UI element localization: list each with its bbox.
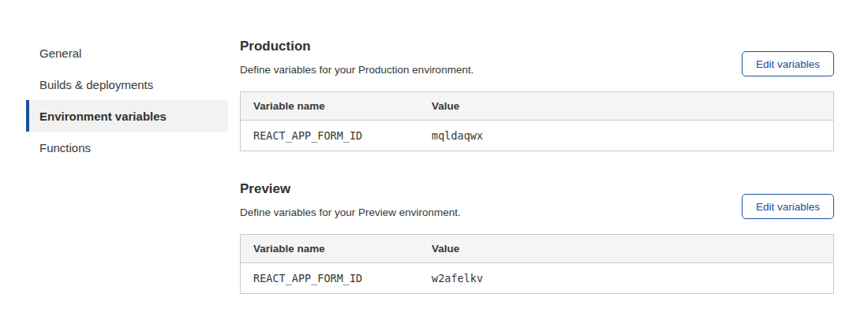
table-header-row: Variable name Value: [241, 235, 833, 263]
variable-name-column-header: Variable name: [241, 243, 432, 255]
sidebar-item-functions[interactable]: Functions: [26, 132, 228, 163]
sidebar-item-general[interactable]: General: [26, 37, 228, 69]
sidebar-item-label: Environment variables: [39, 110, 166, 123]
variable-name-column-header: Variable name: [241, 100, 432, 112]
sidebar-item-label: Builds & deployments: [39, 78, 153, 91]
variable-name-cell: REACT_APP_FORM_ID: [241, 129, 432, 142]
table-row: REACT_APP_FORM_ID w2afelkv: [241, 263, 833, 293]
value-column-header: Value: [432, 243, 833, 255]
preview-section: Preview Define variables for your Previe…: [240, 182, 834, 294]
sidebar-item-builds-deployments[interactable]: Builds & deployments: [26, 69, 228, 100]
production-variables-table: Variable name Value REACT_APP_FORM_ID mq…: [240, 91, 834, 151]
table-row: REACT_APP_FORM_ID mqldaqwx: [241, 121, 833, 151]
variable-value-cell: w2afelkv: [432, 272, 833, 285]
variable-value-cell: mqldaqwx: [432, 129, 833, 142]
settings-sidebar: General Builds & deployments Environment…: [26, 37, 228, 163]
variable-name-cell: REACT_APP_FORM_ID: [241, 272, 432, 285]
production-section: Production Define variables for your Pro…: [240, 39, 834, 151]
environment-variables-content: Production Define variables for your Pro…: [240, 39, 834, 294]
sidebar-item-label: Functions: [39, 141, 91, 154]
value-column-header: Value: [432, 100, 833, 112]
sidebar-item-environment-variables[interactable]: Environment variables: [26, 100, 228, 132]
table-header-row: Variable name Value: [241, 92, 833, 121]
sidebar-item-label: General: [39, 46, 81, 60]
edit-production-variables-button[interactable]: Edit variables: [742, 51, 834, 76]
edit-preview-variables-button[interactable]: Edit variables: [742, 194, 834, 219]
preview-variables-table: Variable name Value REACT_APP_FORM_ID w2…: [240, 234, 834, 294]
